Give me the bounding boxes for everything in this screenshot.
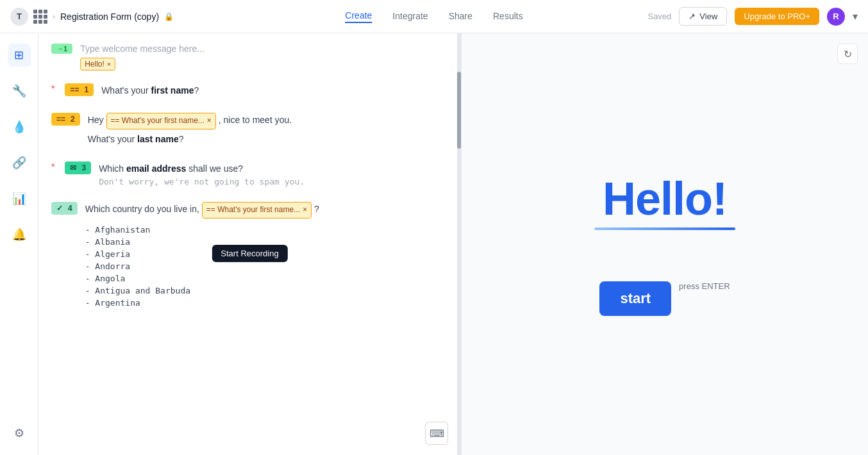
- tab-results[interactable]: Results: [493, 11, 523, 22]
- hello-tag-close[interactable]: ×: [107, 60, 111, 68]
- q2-text-line1: Hey == What's your first name... × , nic…: [88, 113, 292, 129]
- sidebar-icon-logic[interactable]: 📊: [8, 187, 31, 210]
- saved-status: Saved: [647, 12, 671, 21]
- welcome-block: →1 Type welcome message here... Hello! ×: [51, 44, 448, 70]
- question-block-1: * == 1 What's your first name?: [51, 83, 448, 97]
- topnav-right: Saved ↗ View Upgrade to PRO+ R ▾: [647, 7, 858, 26]
- country-item: - Algeria: [85, 248, 319, 260]
- q1-badge: == 1: [65, 83, 94, 96]
- lock-icon: 🔒: [164, 12, 174, 21]
- logo: T: [10, 8, 28, 26]
- q4-badge: ✓ 4: [51, 202, 78, 215]
- q4-ref-tag: == What's your first name... ×: [202, 202, 312, 218]
- country-list: - Afghanistan - Albania - Algeria - Ando…: [85, 224, 319, 309]
- view-button[interactable]: ↗ View: [679, 7, 727, 26]
- scroll-bar[interactable]: [457, 33, 461, 455]
- main-content: ⊞ 🔧 💧 🔗 📊 🔔 ⚙ →1 Type welcome message he…: [0, 33, 868, 455]
- q4-text: Which country do you live in, == What's …: [85, 202, 319, 218]
- upgrade-button[interactable]: Upgrade to PRO+: [735, 8, 819, 25]
- preview-panel: ↻ Hello! start press ENTER: [462, 33, 868, 455]
- welcome-placeholder: Type welcome message here...: [80, 44, 448, 54]
- nav-tabs: Create Integrate Share Results: [345, 10, 522, 23]
- country-item: - Afghanistan: [85, 224, 319, 236]
- welcome-input-area: Type welcome message here... Hello! ×: [80, 44, 448, 70]
- sidebar-icon-settings[interactable]: ⚙: [8, 422, 31, 445]
- hello-preview-text: Hello!: [603, 172, 727, 225]
- sidebar-icon-wrench[interactable]: 🔧: [8, 79, 31, 103]
- q4-ref-close[interactable]: ×: [303, 204, 307, 216]
- tab-share[interactable]: Share: [449, 11, 472, 22]
- q3-content: Which email address shall we use? Don't …: [99, 161, 305, 186]
- breadcrumb-chevron: ›: [53, 12, 55, 21]
- sidebar: ⊞ 🔧 💧 🔗 📊 🔔 ⚙: [0, 33, 38, 455]
- refresh-button[interactable]: ↻: [837, 44, 858, 64]
- hello-tag: Hello! ×: [80, 58, 115, 70]
- q4-content: Which country do you live in, == What's …: [85, 202, 319, 308]
- sidebar-icon-share[interactable]: 🔗: [8, 151, 31, 174]
- avatar[interactable]: R: [827, 8, 845, 26]
- form-title: Registration Form (copy): [60, 12, 159, 22]
- required-star-3: *: [51, 161, 54, 172]
- external-link-icon: ↗: [689, 12, 696, 21]
- country-item: - Angola: [85, 272, 319, 285]
- q2-content: Hey == What's your first name... × , nic…: [88, 113, 292, 146]
- sidebar-icon-theme[interactable]: 💧: [8, 115, 31, 138]
- required-star-1: *: [51, 83, 54, 94]
- avatar-chevron[interactable]: ▾: [853, 10, 858, 22]
- country-item: - Albania: [85, 236, 319, 248]
- q3-badge: ✉ 3: [65, 161, 91, 174]
- grid-icon[interactable]: [33, 10, 47, 24]
- country-item: - Antigua and Barbuda: [85, 285, 319, 297]
- question-block-2: == 2 Hey == What's your first name... × …: [51, 113, 448, 146]
- country-item: - Andorra: [85, 260, 319, 272]
- q2-text-line2: What's your last name?: [88, 132, 292, 146]
- keyboard-button[interactable]: ⌨: [425, 422, 448, 445]
- welcome-badge: →1: [51, 44, 72, 54]
- q2-badge: == 2: [51, 113, 80, 126]
- tab-create[interactable]: Create: [345, 10, 372, 23]
- top-navigation: T › Registration Form (copy) 🔒 Create In…: [0, 0, 868, 33]
- form-editor: →1 Type welcome message here... Hello! ×…: [38, 33, 462, 455]
- scroll-thumb: [457, 72, 461, 149]
- q3-subtext: Don't worry, we're not going to spam you…: [99, 177, 305, 186]
- q2-ref-close[interactable]: ×: [207, 115, 212, 127]
- sidebar-icon-notifications[interactable]: 🔔: [8, 223, 31, 246]
- sidebar-icon-layout[interactable]: ⊞: [8, 44, 31, 67]
- question-block-3: * ✉ 3 Which email address shall we use? …: [51, 161, 448, 186]
- press-enter-label: press ENTER: [679, 281, 730, 291]
- q3-text: Which email address shall we use?: [99, 161, 305, 176]
- q2-ref-tag: == What's your first name... ×: [106, 113, 216, 129]
- q1-text: What's your first name?: [101, 83, 199, 97]
- tab-integrate[interactable]: Integrate: [392, 11, 428, 22]
- start-button[interactable]: start: [599, 281, 671, 316]
- question-block-4: ✓ 4 Which country do you live in, == Wha…: [51, 202, 448, 308]
- hello-underline: [594, 228, 735, 230]
- country-item: - Argentina: [85, 297, 319, 309]
